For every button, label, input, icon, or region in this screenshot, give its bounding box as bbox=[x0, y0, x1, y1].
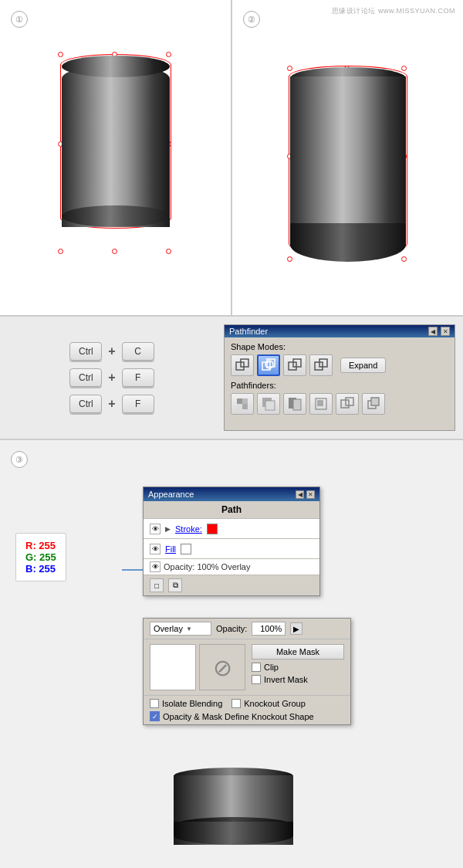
appearance-window-controls: ◀ ✕ bbox=[296, 490, 315, 499]
watermark-text: 思缘设计论坛 www.MISSYUAN.COM bbox=[332, 6, 455, 16]
bottom-cylinder bbox=[174, 768, 293, 845]
rgb-values-box: R: 255 G: 255 B: 255 bbox=[15, 533, 66, 581]
stroke-visibility-eye[interactable]: 👁 bbox=[150, 524, 161, 534]
duplicate-item-btn[interactable]: ⧉ bbox=[168, 578, 182, 592]
shortcut-row-3: Ctrl + F bbox=[69, 395, 154, 413]
thumbnail-area: ⊘ bbox=[150, 644, 245, 690]
fill-label[interactable]: Fill bbox=[165, 544, 176, 554]
transparency-bottom-checkboxes: Isolate Blending Knockout Group Opacity … bbox=[144, 695, 350, 724]
knockout-group-label: Knockout Group bbox=[244, 699, 306, 708]
appearance-minimize[interactable]: ◀ bbox=[296, 490, 304, 499]
svg-rect-12 bbox=[242, 404, 248, 409]
cylinder-1-wrap bbox=[62, 65, 170, 250]
svg-rect-9 bbox=[237, 398, 242, 404]
blend-mode-dropdown[interactable]: Overlay ▼ bbox=[150, 622, 211, 636]
opacity-input[interactable]: 100% bbox=[252, 622, 286, 636]
expand-button[interactable]: Expand bbox=[340, 358, 386, 373]
panel-2: 思缘设计论坛 www.MISSYUAN.COM ② bbox=[232, 0, 463, 315]
shape-mode-subtract[interactable] bbox=[257, 354, 280, 376]
clip-checkbox[interactable] bbox=[252, 663, 261, 672]
knockout-group-checkbox[interactable] bbox=[231, 699, 241, 708]
plus-3: + bbox=[108, 397, 115, 411]
shape-mode-add[interactable] bbox=[231, 354, 254, 376]
svg-rect-11 bbox=[237, 404, 242, 409]
shortcut-row-2: Ctrl + F bbox=[69, 368, 154, 387]
knockout-group-row: Knockout Group bbox=[231, 699, 306, 708]
handle-bot-left bbox=[58, 249, 63, 254]
stroke-color-swatch[interactable] bbox=[207, 524, 218, 534]
opacity-mask-checkbox[interactable] bbox=[150, 711, 160, 721]
bottom-section: ③ R: 255 G: 255 B: 255 Appearance ◀ ✕ Pa… bbox=[0, 440, 463, 868]
appearance-opacity-row: 👁 Opacity: 100% Overlay bbox=[144, 559, 319, 575]
appearance-path-label: Path bbox=[144, 501, 319, 519]
shortcut-row-1: Ctrl + C bbox=[69, 342, 154, 361]
appearance-close[interactable]: ✕ bbox=[306, 490, 315, 499]
shape-mode-intersect[interactable] bbox=[283, 354, 306, 376]
key-ctrl-3[interactable]: Ctrl bbox=[69, 395, 102, 413]
layer-thumbnail bbox=[150, 644, 196, 690]
no-mask-symbol: ⊘ bbox=[213, 654, 232, 681]
clip-checkbox-row: Clip bbox=[252, 663, 344, 672]
svg-rect-20 bbox=[346, 398, 353, 405]
rgb-b-value: B: 255 bbox=[25, 563, 56, 575]
panel-1: ① bbox=[0, 0, 232, 315]
transparency-controls-row: Overlay ▼ Opacity: 100% ▶ bbox=[144, 619, 350, 639]
keyboard-shortcuts-panel: Ctrl + C Ctrl + F Ctrl + F bbox=[0, 317, 224, 439]
appearance-panel: Appearance ◀ ✕ Path 👁 ▶ Stroke: 👁 Fill 👁… bbox=[143, 487, 320, 596]
key-f-1[interactable]: F bbox=[122, 368, 154, 387]
rgb-r-value: R: 255 bbox=[25, 540, 56, 551]
appearance-bottom-bar: □ ⧉ bbox=[144, 575, 319, 595]
pathfinder-minimize[interactable]: ◀ bbox=[428, 327, 438, 336]
isolate-knockout-row: Isolate Blending Knockout Group bbox=[150, 699, 344, 708]
key-c[interactable]: C bbox=[122, 342, 154, 361]
cylinder-1-body bbox=[62, 65, 170, 227]
cylinder-1-top bbox=[62, 56, 170, 77]
make-mask-button[interactable]: Make Mask bbox=[252, 644, 344, 659]
step-number-1: ① bbox=[11, 11, 28, 28]
pathfinders-label: Pathfinders: bbox=[231, 381, 448, 390]
opacity-visibility-eye[interactable]: 👁 bbox=[150, 561, 161, 572]
middle-section: Ctrl + C Ctrl + F Ctrl + F Pathfinder ◀ … bbox=[0, 317, 463, 440]
handle-top-left bbox=[58, 52, 63, 57]
key-ctrl-1[interactable]: Ctrl bbox=[69, 342, 102, 361]
stroke-label[interactable]: Stroke: bbox=[175, 524, 202, 534]
isolate-blending-row: Isolate Blending bbox=[150, 699, 222, 708]
stroke-expand-arrow[interactable]: ▶ bbox=[165, 525, 171, 533]
svg-rect-7 bbox=[315, 362, 323, 370]
plus-1: + bbox=[108, 344, 115, 358]
svg-rect-22 bbox=[371, 398, 379, 405]
shape-modes-label: Shape Modes: bbox=[231, 342, 448, 351]
plus-2: + bbox=[108, 371, 115, 385]
shape-mode-exclude[interactable] bbox=[309, 354, 333, 376]
new-art-style-btn[interactable]: □ bbox=[150, 578, 164, 592]
clip-label: Clip bbox=[264, 663, 279, 672]
pathfinder-divide[interactable] bbox=[231, 393, 254, 415]
handle-bot-right bbox=[166, 249, 171, 254]
svg-rect-1 bbox=[241, 359, 248, 367]
invert-mask-checkbox[interactable] bbox=[252, 675, 261, 684]
pathfinder-crop[interactable] bbox=[309, 393, 333, 415]
opacity-text: Opacity: 100% Overlay bbox=[164, 562, 251, 571]
key-ctrl-2[interactable]: Ctrl bbox=[69, 368, 102, 387]
invert-mask-label: Invert Mask bbox=[264, 675, 308, 684]
pathfinder-close[interactable]: ✕ bbox=[441, 327, 450, 336]
svg-rect-18 bbox=[317, 400, 323, 406]
key-f-2[interactable]: F bbox=[122, 395, 154, 413]
handle2-br bbox=[401, 256, 407, 262]
pathfinder-trim[interactable] bbox=[257, 393, 280, 415]
pathfinder-minus-back[interactable] bbox=[362, 393, 385, 415]
invert-mask-checkbox-row: Invert Mask bbox=[252, 675, 344, 684]
fill-visibility-eye[interactable]: 👁 bbox=[150, 544, 161, 554]
pathfinders-row bbox=[231, 393, 448, 415]
pathfinder-merge[interactable] bbox=[283, 393, 306, 415]
blend-mode-value: Overlay bbox=[154, 624, 183, 633]
pathfinder-outline[interactable] bbox=[336, 393, 359, 415]
svg-rect-16 bbox=[293, 399, 301, 410]
fill-color-swatch[interactable] bbox=[181, 544, 191, 554]
opacity-next-btn[interactable]: ▶ bbox=[290, 622, 302, 635]
shape-modes-row: Expand bbox=[231, 354, 448, 376]
isolate-blending-checkbox[interactable] bbox=[150, 699, 159, 708]
blend-mode-arrow: ▼ bbox=[186, 626, 192, 632]
opacity-mask-row: Opacity & Mask Define Knockout Shape bbox=[150, 711, 344, 721]
transparency-right-controls: Make Mask Clip Invert Mask bbox=[252, 644, 344, 690]
